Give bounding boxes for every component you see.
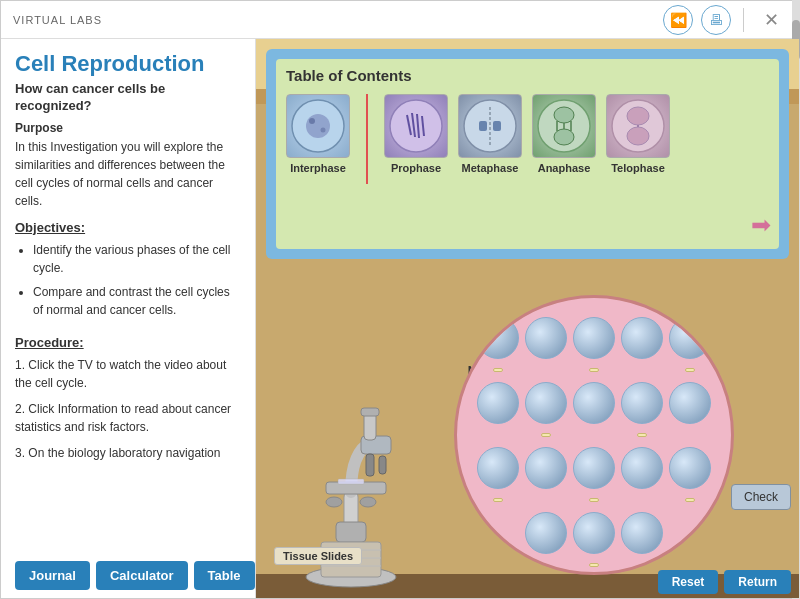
- toc-divider: [366, 94, 368, 184]
- cell-label-13: [589, 498, 599, 502]
- cell-label-5: [685, 368, 695, 372]
- print-button[interactable]: 🖶: [701, 5, 731, 35]
- phase-metaphase[interactable]: Metaphase: [458, 94, 522, 174]
- step-3: 3. On the biology laboratory navigation: [15, 444, 241, 462]
- bottom-buttons: Journal Calculator Table: [15, 553, 241, 590]
- reset-button[interactable]: Reset: [658, 570, 719, 594]
- cell-label-15: [685, 498, 695, 502]
- svg-point-32: [326, 497, 342, 507]
- svg-point-14: [554, 107, 574, 123]
- microscope: [276, 392, 426, 572]
- svg-point-2: [309, 118, 315, 124]
- cell-label-9: [637, 433, 647, 437]
- procedure-label: Procedure:: [15, 335, 241, 350]
- right-panel: Table of Contents Interphase: [256, 39, 799, 599]
- rewind-icon: ⏪: [670, 12, 687, 28]
- rewind-button[interactable]: ⏪: [663, 5, 693, 35]
- cell-label-11: [493, 498, 503, 502]
- cell-bubble-5: [669, 317, 711, 359]
- page-title: Cell Reproduction: [15, 51, 241, 77]
- cell-bubble-12: [525, 447, 567, 489]
- purpose-label: Purpose: [15, 121, 241, 135]
- prophase-label: Prophase: [391, 162, 441, 174]
- cell-bubble-2: [525, 317, 567, 359]
- cell-bubble-14: [621, 447, 663, 489]
- cell-bubble-3: [573, 317, 615, 359]
- tissue-slides-label: Tissue Slides: [274, 547, 362, 565]
- anaphase-label: Anaphase: [538, 162, 591, 174]
- telophase-image[interactable]: [606, 94, 670, 158]
- step-2: 2. Click Information to read about cance…: [15, 400, 241, 436]
- cell-label-1: [493, 368, 503, 372]
- close-button[interactable]: ✕: [756, 5, 787, 35]
- telophase-label: Telophase: [611, 162, 665, 174]
- interphase-image[interactable]: [286, 94, 350, 158]
- cell-bubble-8: [573, 382, 615, 424]
- cell-label-17: [589, 563, 599, 567]
- header-icons: ⏪ 🖶 ✕: [663, 5, 787, 35]
- prophase-image[interactable]: [384, 94, 448, 158]
- interphase-label: Interphase: [290, 162, 346, 174]
- svg-point-1: [306, 114, 330, 138]
- svg-point-3: [321, 128, 326, 133]
- main-container: Cell Reproduction How can cancer cells b…: [1, 39, 799, 599]
- cell-bubble-15: [669, 447, 711, 489]
- svg-point-21: [627, 127, 649, 145]
- svg-point-4: [390, 100, 442, 152]
- metaphase-label: Metaphase: [462, 162, 519, 174]
- table-button[interactable]: Table: [194, 561, 255, 590]
- objectives-list: Identify the various phases of the cell …: [15, 241, 241, 325]
- toc-title: Table of Contents: [286, 67, 769, 84]
- lung-circle: [454, 295, 734, 575]
- cell-bubble-16: [525, 512, 567, 554]
- phase-anaphase[interactable]: Anaphase: [532, 94, 596, 174]
- toc-inner: Table of Contents Interphase: [276, 59, 779, 249]
- print-icon: 🖶: [709, 12, 723, 28]
- cell-bubble-17: [573, 512, 615, 554]
- cell-bubble-7: [525, 382, 567, 424]
- cell-label-3: [589, 368, 599, 372]
- objective-2: Compare and contrast the cell cycles of …: [33, 283, 241, 319]
- phase-telophase[interactable]: Telophase: [606, 94, 670, 174]
- svg-point-20: [627, 107, 649, 125]
- purpose-text: In this Investigation you will explore t…: [15, 138, 241, 210]
- anaphase-image[interactable]: [532, 94, 596, 158]
- cell-label-7: [541, 433, 551, 437]
- phase-prophase[interactable]: Prophase: [384, 94, 448, 174]
- step-1: 1. Click the TV to watch the video about…: [15, 356, 241, 392]
- objectives-label: Objectives:: [15, 220, 241, 235]
- svg-point-15: [554, 129, 574, 145]
- left-panel: Cell Reproduction How can cancer cells b…: [1, 39, 256, 599]
- bottom-action-buttons: Reset Return: [658, 570, 791, 594]
- svg-rect-31: [338, 479, 364, 484]
- svg-rect-34: [336, 522, 366, 542]
- header-divider: [743, 8, 744, 32]
- metaphase-image[interactable]: [458, 94, 522, 158]
- svg-rect-11: [479, 121, 487, 131]
- cell-bubble-9: [621, 382, 663, 424]
- cell-bubble-6: [477, 382, 519, 424]
- toc-next-arrow[interactable]: ➡: [751, 211, 771, 239]
- svg-rect-12: [493, 121, 501, 131]
- app-title: VIRTUAL LABS: [13, 14, 102, 26]
- cell-bubble-13: [573, 447, 615, 489]
- cell-bubble-10: [669, 382, 711, 424]
- objective-1: Identify the various phases of the cell …: [33, 241, 241, 277]
- calculator-button[interactable]: Calculator: [96, 561, 188, 590]
- journal-button[interactable]: Journal: [15, 561, 90, 590]
- phase-interphase[interactable]: Interphase: [286, 94, 350, 174]
- toc-area: Table of Contents Interphase: [266, 49, 789, 259]
- header: VIRTUAL LABS ⏪ 🖶 ✕: [1, 1, 799, 39]
- cell-bubble-4: [621, 317, 663, 359]
- svg-point-33: [360, 497, 376, 507]
- cell-bubble-1: [477, 317, 519, 359]
- check-button[interactable]: Check: [731, 484, 791, 510]
- subtitle: How can cancer cells be recognized?: [15, 81, 241, 115]
- return-button[interactable]: Return: [724, 570, 791, 594]
- cell-bubble-18: [621, 512, 663, 554]
- cell-bubble-11: [477, 447, 519, 489]
- svg-rect-27: [379, 456, 386, 474]
- toc-cells: Interphase P: [286, 94, 769, 184]
- svg-rect-26: [366, 454, 374, 476]
- svg-rect-29: [361, 408, 379, 416]
